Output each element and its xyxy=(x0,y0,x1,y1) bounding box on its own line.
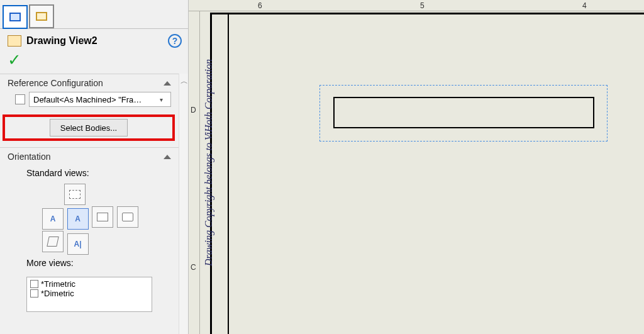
drawing-canvas[interactable]: 6 5 4 D C Drawing Copyright belongs to V… xyxy=(189,0,644,334)
drawing-view-geometry[interactable] xyxy=(333,97,594,128)
drawing-view-icon xyxy=(8,35,21,47)
list-item-label: *Trimetric xyxy=(41,279,75,289)
property-manager-header: Drawing View2 ? xyxy=(0,29,188,50)
ruler-tick: C xyxy=(191,263,196,272)
tab-feature-manager[interactable] xyxy=(3,5,28,29)
chevron-up-icon xyxy=(164,155,171,159)
ruler-tick: D xyxy=(191,106,196,114)
ruler-vertical: D C xyxy=(189,11,200,334)
view-back-icon xyxy=(122,213,133,221)
view-front-icon: A xyxy=(75,214,80,223)
panel-scrollbar[interactable]: ︿ xyxy=(179,74,188,334)
standard-views-grid: A A A| xyxy=(0,183,179,255)
standard-views-label: Standard views: xyxy=(0,165,179,183)
checkbox-dimetric[interactable] xyxy=(30,289,38,298)
more-views-list[interactable]: *Trimetric *Dimetric xyxy=(26,277,152,312)
view-top-button[interactable] xyxy=(64,184,86,205)
select-bodies-highlight: Select Bodies... xyxy=(3,114,175,141)
tab-configuration-manager[interactable] xyxy=(29,4,54,28)
view-right-button[interactable] xyxy=(92,206,113,228)
list-item[interactable]: *Dimetric xyxy=(30,289,148,298)
section-reference-configuration[interactable]: Reference Configuration xyxy=(0,74,179,92)
select-bodies-button[interactable]: Select Bodies... xyxy=(50,119,128,136)
ruler-horizontal: 6 5 4 xyxy=(189,0,644,11)
panel-title: Drawing View2 xyxy=(26,35,163,47)
view-left-button[interactable]: A xyxy=(42,208,64,230)
section-heading-label: Reference Configuration xyxy=(8,78,103,88)
list-item-label: *Dimetric xyxy=(41,289,74,298)
ruler-tick: 4 xyxy=(582,1,587,10)
view-bottom-icon: A| xyxy=(74,240,82,248)
checkbox-trimetric[interactable] xyxy=(30,280,38,288)
section-orientation[interactable]: Orientation xyxy=(0,148,179,165)
view-bottom-button[interactable]: A| xyxy=(67,233,89,255)
ruler-tick: 6 xyxy=(258,1,262,10)
section-heading-label: Orientation xyxy=(8,152,50,162)
view-top-icon xyxy=(69,190,80,199)
view-iso-button[interactable] xyxy=(42,231,64,252)
help-icon[interactable]: ? xyxy=(168,34,182,48)
view-back-button[interactable] xyxy=(117,206,138,228)
tab-icon xyxy=(9,13,21,21)
chevron-up-icon xyxy=(164,81,171,86)
ruler-tick: 5 xyxy=(420,1,425,10)
scroll-up-icon[interactable]: ︿ xyxy=(180,76,188,87)
view-right-icon xyxy=(97,213,108,221)
view-iso-icon xyxy=(47,237,58,247)
property-manager-tabs xyxy=(0,0,188,29)
copyright-text: Drawing Copyright belongs to ViHoth Corp… xyxy=(203,59,214,266)
ok-checkmark-icon[interactable]: ✓ xyxy=(0,50,188,74)
view-front-button[interactable]: A xyxy=(67,208,89,230)
config-tree-icon xyxy=(15,94,25,104)
more-views-label: More views: xyxy=(0,255,179,273)
dropdown-value: Default<As Machined> "Fra… xyxy=(33,95,155,104)
reference-config-dropdown[interactable]: Default<As Machined> "Fra… ▾ xyxy=(29,92,171,107)
list-item[interactable]: *Trimetric xyxy=(30,279,148,289)
chevron-down-icon: ▾ xyxy=(155,96,167,103)
sheet-border-inner xyxy=(228,13,644,334)
tab-icon xyxy=(36,12,47,21)
view-left-icon: A xyxy=(50,214,56,223)
drawing-sheet: Drawing Copyright belongs to ViHoth Corp… xyxy=(203,14,644,334)
